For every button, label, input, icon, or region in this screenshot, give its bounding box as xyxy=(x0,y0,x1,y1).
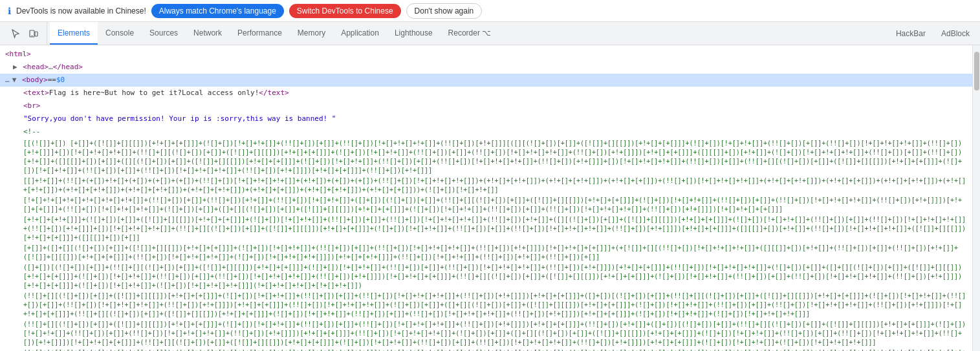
head-ellipsis: … xyxy=(49,61,53,73)
expand-body-arrow[interactable]: ▼ xyxy=(12,74,17,86)
br-tag: <br> xyxy=(23,100,41,112)
dont-show-again-button[interactable]: Don't show again xyxy=(406,3,483,19)
tab-elements[interactable]: Elements xyxy=(50,22,98,45)
body-eq: == xyxy=(48,74,56,86)
dom-string-line: "Sorry,you don't have permission! Your i… xyxy=(0,112,972,125)
notification-bar: ℹ DevTools is now available in Chinese! … xyxy=(0,0,980,22)
dom-obfuscated-1: [[(![]]+[]) [+[]]+([![]]+[][[]])[+!+[]+[… xyxy=(0,138,972,176)
dom-obfuscated-9: (!+[]+!+[]+[!+[]+!+[]+!+[]+!+[]+!+[]])+(… xyxy=(0,348,972,351)
body-tag: <body> xyxy=(22,74,48,86)
main-content: <html> ▶ <head> … </head> … ▼ <body> == … xyxy=(0,45,980,351)
dom-comment-start: <!-- xyxy=(0,125,972,138)
text-close-tag: </text> xyxy=(259,87,289,99)
toolbar-icons xyxy=(3,22,47,45)
obfuscated-code-9: (!+[]+!+[]+[!+[]+!+[]+!+[]+!+[]+!+[]])+(… xyxy=(23,348,967,351)
tab-hackbar[interactable]: HackBar xyxy=(888,22,933,45)
text-open-tag: <text> xyxy=(23,87,49,99)
obfuscated-code-2: [[]+!+[]]+(!![]+(+[])+!+[]+(+[])+(+[])+(… xyxy=(23,176,967,195)
dom-obfuscated-8: (!![]+[][(![]+[])[+[]]+([![]]+[][[]])[+!… xyxy=(0,319,972,348)
main-tabs: Elements Console Sources Network Perform… xyxy=(50,22,499,45)
body-prefix: … xyxy=(5,74,10,86)
head-tag: <head> xyxy=(23,61,49,73)
tab-performance[interactable]: Performance xyxy=(230,22,290,45)
tab-network[interactable]: Network xyxy=(186,22,230,45)
expand-head-arrow[interactable]: ▶ xyxy=(13,61,17,73)
html-tag: <html> xyxy=(5,48,31,60)
dom-obfuscated-6: ([]+[])[(![]+[])[+[]]+(!![]+[][(![]+[])[… xyxy=(0,262,972,291)
scrollbar[interactable] xyxy=(972,45,980,351)
dom-obfuscated-3: [!+[]+!+[]+!+[]+!+[]+!+[]+!+[]]+(!![]+[]… xyxy=(0,195,972,215)
match-language-button[interactable]: Always match Chrome's language xyxy=(151,4,284,18)
dom-br-line: <br> xyxy=(0,100,972,112)
dom-head-line[interactable]: ▶ <head> … </head> xyxy=(0,61,972,74)
string-content: "Sorry,you don't have permission! Your i… xyxy=(23,113,336,125)
switch-to-chinese-button[interactable]: Switch DevTools to Chinese xyxy=(289,4,401,18)
tab-recorder[interactable]: Recorder ⌥ xyxy=(441,22,499,45)
info-icon: ℹ xyxy=(8,6,11,16)
tab-sources[interactable]: Sources xyxy=(142,22,186,45)
body-dollar-var: $0 xyxy=(56,74,65,86)
obfuscated-code-7: (!![]+[][(![]+[])[+[]]+([![]]+[][[]])[+!… xyxy=(23,292,967,319)
dom-obfuscated-7: (!![]+[][(![]+[])[+[]]+([![]]+[][[]])[+!… xyxy=(0,291,972,319)
obfuscated-code-5: [+[]]+([]+[][(![]+[])[+[]]+([![]]+[][[]]… xyxy=(23,244,967,262)
obfuscated-code-8: (!![]+[][(![]+[])[+[]]+([![]]+[][[]])[+!… xyxy=(23,320,967,347)
cursor-icon[interactable] xyxy=(8,27,23,40)
dom-html-line: <html> xyxy=(0,48,972,61)
dom-tree-panel[interactable]: <html> ▶ <head> … </head> … ▼ <body> == … xyxy=(0,45,972,351)
tab-bar: Elements Console Sources Network Perform… xyxy=(0,22,980,45)
obfuscated-code-3: [!+[]+!+[]+!+[]+!+[]+!+[]+!+[]]+(!![]+[]… xyxy=(23,196,967,214)
dom-obfuscated-2: [[]+!+[]]+(!![]+(+[])+!+[]+(+[])+(+[])+(… xyxy=(0,176,972,195)
tab-console[interactable]: Console xyxy=(98,22,142,45)
tab-application[interactable]: Application xyxy=(333,22,387,45)
tab-memory[interactable]: Memory xyxy=(290,22,333,45)
comment-open: <!-- xyxy=(23,126,41,138)
dom-obfuscated-5: [+[]]+([]+[][(![]+[])[+[]]+([![]]+[][[]]… xyxy=(0,243,972,262)
head-close-tag: </head> xyxy=(53,61,83,73)
dom-text-line: <text>Flag is here~But how to get it?Loc… xyxy=(0,87,972,100)
svg-rect-1 xyxy=(35,32,38,36)
dom-obfuscated-4: [+!+[]+[+!+[]]]+(![]+[])[+[]]+([![]]+[][… xyxy=(0,215,972,243)
tab-adblock[interactable]: AdBlock xyxy=(933,22,977,45)
obfuscated-code-1: [[(![]]+[]) [+[]]+([![]]+[][[]])[+!+[]+[… xyxy=(23,139,967,175)
scrollbar-thumb[interactable] xyxy=(974,52,979,90)
obfuscated-code-4: [+!+[]+[+!+[]]]+(![]+[])[+[]]+([![]]+[][… xyxy=(23,215,967,242)
obfuscated-code-6: ([]+[])[(![]+[])[+[]]+(!![]+[][(![]+[])[… xyxy=(23,263,967,290)
dom-body-line[interactable]: … ▼ <body> == $0 xyxy=(0,74,972,87)
notification-message: DevTools is now available in Chinese! xyxy=(16,6,146,16)
text-content: Flag is here~But how to get it?Local acc… xyxy=(49,87,259,99)
tab-lighthouse[interactable]: Lighthouse xyxy=(387,22,441,45)
device-icon[interactable] xyxy=(26,27,41,40)
